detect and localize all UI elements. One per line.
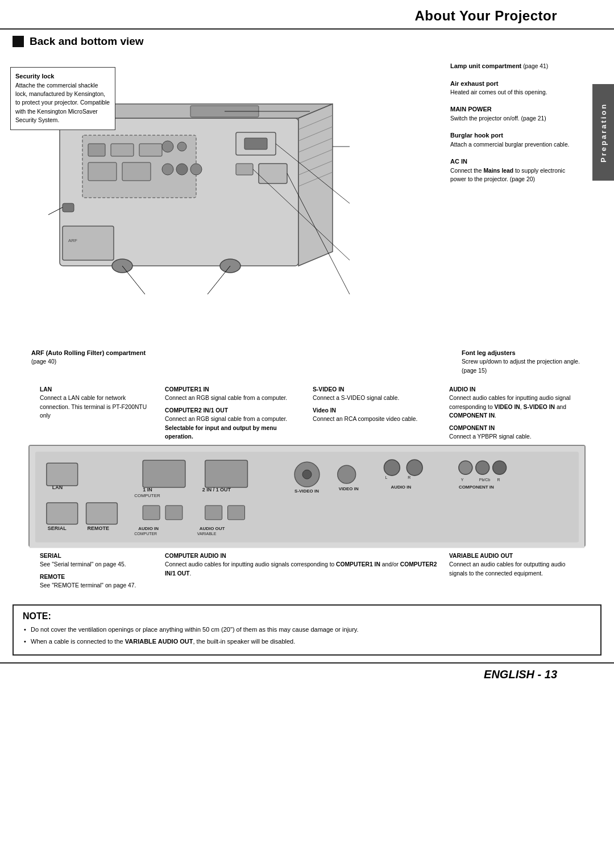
security-lock-title: Security lock bbox=[15, 73, 54, 80]
ac-in-title: AC IN bbox=[450, 158, 467, 165]
lan-annotation: LAN Connect a LAN cable for network conn… bbox=[40, 385, 154, 441]
svg-point-53 bbox=[384, 460, 400, 475]
lan-title: LAN bbox=[40, 386, 52, 393]
svg-point-51 bbox=[338, 465, 356, 483]
note-section: NOTE: Do not cover the ventilation openi… bbox=[13, 604, 601, 656]
svg-text:SERIAL: SERIAL bbox=[48, 525, 67, 531]
svg-text:R: R bbox=[408, 475, 410, 479]
preparation-tab: Preparation bbox=[592, 84, 614, 181]
section-title: Back and bottom view bbox=[30, 35, 144, 48]
section-heading: Back and bottom view bbox=[0, 30, 614, 50]
remote-title: REMOTE bbox=[40, 574, 65, 580]
page-wrapper: About Your Projector Back and bottom vie… bbox=[0, 0, 614, 868]
connector-top-labels: LAN Connect a LAN cable for network conn… bbox=[11, 385, 603, 441]
svideo-text: Connect a S-VIDEO signal cable. bbox=[313, 395, 399, 401]
main-power-text: Switch the projector on/off. (page 21) bbox=[450, 115, 546, 122]
video-in-title: Video IN bbox=[313, 407, 336, 414]
arf-text: (page 40) bbox=[31, 358, 56, 365]
font-leg-annotation: Font leg adjusters Screw up/down to adju… bbox=[462, 348, 581, 375]
svg-text:LAN: LAN bbox=[52, 485, 63, 490]
comp-audio-title: COMPUTER AUDIO IN bbox=[165, 553, 226, 559]
connector-panel-svg: LAN 1 IN COMPUTER 2 IN / 1 OUT S-VIDEO I… bbox=[30, 446, 584, 548]
svg-text:L: L bbox=[385, 475, 387, 479]
component-in-annotation: COMPONENT IN Connect a YPBPR signal cabl… bbox=[449, 424, 574, 441]
comp-audio-annotation: COMPUTER AUDIO IN Connect audio cables f… bbox=[165, 552, 438, 590]
svg-text:VIDEO IN: VIDEO IN bbox=[339, 486, 359, 491]
svg-rect-29 bbox=[63, 226, 114, 260]
page-header: About Your Projector bbox=[0, 0, 614, 30]
video-in-annotation: Video IN Connect an RCA composite video … bbox=[313, 406, 438, 424]
svg-rect-43 bbox=[143, 460, 185, 487]
security-lock-annotation: Security lock Attache the commercial sha… bbox=[10, 67, 115, 130]
computer2-annotation: COMPUTER2 IN/1 OUT Connect an RGB signal… bbox=[165, 406, 301, 441]
var-audio-text: Connect an audio cables for outputting a… bbox=[449, 561, 565, 576]
svg-rect-70 bbox=[165, 506, 182, 520]
svg-text:AUDIO OUT: AUDIO OUT bbox=[200, 525, 225, 531]
lamp-unit-title: Lamp unit compartment bbox=[450, 62, 521, 69]
burglar-hook-title: Burglar hook port bbox=[450, 132, 503, 139]
svg-rect-7 bbox=[88, 162, 117, 181]
svg-text:ARF: ARF bbox=[68, 238, 77, 243]
section-square-icon bbox=[13, 36, 24, 47]
audio-in-annotation: AUDIO IN Connect audio cables for inputt… bbox=[449, 385, 574, 420]
burglar-hook-annotation: Burglar hook port Attach a commercial bu… bbox=[450, 131, 581, 149]
svg-rect-8 bbox=[122, 162, 151, 181]
svg-point-60 bbox=[493, 461, 507, 474]
arf-title: ARF (Auto Rolling Filter) compartment bbox=[31, 349, 146, 356]
svg-text:COMPUTER: COMPUTER bbox=[134, 531, 157, 535]
connector-panel: LAN 1 IN COMPUTER 2 IN / 1 OUT S-VIDEO I… bbox=[28, 445, 586, 547]
audio-component-annotations: AUDIO IN Connect audio cables for inputt… bbox=[449, 385, 574, 441]
serial-title: SERIAL bbox=[40, 553, 61, 559]
note-heading: NOTE: bbox=[23, 611, 591, 621]
main-power-annotation: MAIN POWER Switch the projector on/off. … bbox=[450, 105, 581, 123]
security-lock-text: Attache the commercial shackle lock, man… bbox=[15, 82, 110, 124]
component-in-title: COMPONENT IN bbox=[449, 425, 495, 431]
footer-text: ENGLISH - 13 bbox=[484, 668, 557, 681]
svg-point-9 bbox=[162, 141, 173, 152]
projector-svg: ARF bbox=[31, 101, 361, 323]
svg-point-11 bbox=[162, 164, 173, 175]
svg-point-55 bbox=[406, 460, 422, 475]
audio-in-title: AUDIO IN bbox=[449, 386, 475, 393]
air-exhaust-text: Heated air comes out of this opening. bbox=[450, 89, 547, 95]
remote-text: See "REMOTE terminal" on page 47. bbox=[40, 582, 136, 589]
bottom-annotations: ARF (Auto Rolling Filter) compartment (p… bbox=[31, 348, 581, 375]
svideo-annotation: S-VIDEO IN Connect a S-VIDEO signal cabl… bbox=[313, 385, 438, 403]
component-in-text: Connect a YPBPR signal cable. bbox=[449, 433, 532, 440]
svg-rect-15 bbox=[244, 138, 267, 149]
right-annotations: Lamp unit compartment (page 41) Air exha… bbox=[450, 61, 581, 192]
page-title: About Your Projector bbox=[415, 8, 557, 23]
svg-rect-67 bbox=[86, 503, 118, 524]
svg-point-49 bbox=[302, 470, 312, 479]
svg-rect-26 bbox=[63, 203, 74, 212]
connector-bottom-labels: SERIAL See "Serial terminal" on page 45.… bbox=[11, 547, 603, 590]
svg-text:Pb/Cb: Pb/Cb bbox=[479, 478, 490, 482]
svg-rect-17 bbox=[259, 164, 287, 183]
computer2-title: COMPUTER2 IN/1 OUT bbox=[165, 407, 228, 414]
svg-point-12 bbox=[176, 164, 188, 175]
font-leg-title: Font leg adjusters bbox=[462, 349, 516, 356]
svg-point-59 bbox=[476, 461, 489, 474]
svg-text:2 IN / 1 OUT: 2 IN / 1 OUT bbox=[202, 487, 231, 493]
svg-text:REMOTE: REMOTE bbox=[88, 525, 109, 531]
serial-text: See "Serial terminal" on page 45. bbox=[40, 561, 126, 567]
remote-annotation: REMOTE See "REMOTE terminal" on page 47. bbox=[40, 573, 154, 590]
svg-text:S-VIDEO IN: S-VIDEO IN bbox=[294, 489, 319, 494]
svg-rect-4 bbox=[88, 144, 105, 156]
svg-rect-65 bbox=[47, 503, 78, 524]
svg-line-33 bbox=[208, 266, 230, 294]
note-item-2: When a cable is connected to the VARIABL… bbox=[23, 637, 591, 646]
svg-rect-5 bbox=[111, 144, 134, 156]
computer1-title: COMPUTER1 IN bbox=[165, 386, 209, 393]
computer-annotations: COMPUTER1 IN Connect an RGB signal cable… bbox=[165, 385, 301, 441]
var-audio-title: VARIABLE AUDIO OUT bbox=[449, 553, 513, 559]
computer1-text: Connect an RGB signal cable from a compu… bbox=[165, 395, 287, 401]
serial-annotation: SERIAL See "Serial terminal" on page 45. bbox=[40, 552, 154, 569]
svg-marker-2 bbox=[298, 104, 333, 266]
air-exhaust-annotation: Air exhaust port Heated air comes out of… bbox=[450, 79, 581, 97]
svg-rect-46 bbox=[205, 460, 248, 487]
svg-point-13 bbox=[190, 164, 202, 175]
connector-section: LAN Connect a LAN cable for network conn… bbox=[11, 379, 603, 595]
svg-rect-41 bbox=[47, 463, 78, 486]
svg-text:COMPONENT IN: COMPONENT IN bbox=[459, 485, 494, 490]
